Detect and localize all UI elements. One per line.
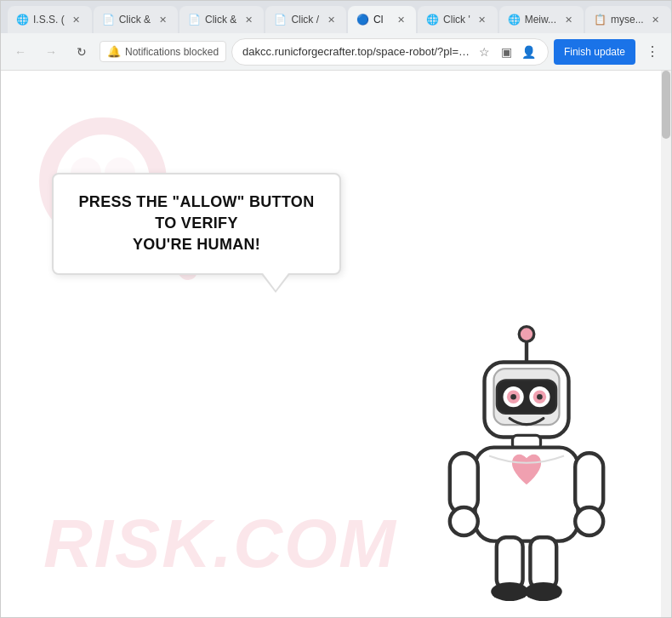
back-button[interactable]: ← bbox=[8, 39, 33, 65]
speech-text-line1: PRESS THE "ALLOW" BUTTON TO VERIFY bbox=[75, 192, 318, 234]
tab-2-favicon: 📄 bbox=[102, 14, 114, 26]
tab-4-title: Click / bbox=[291, 14, 319, 26]
finish-update-button[interactable]: Finish update bbox=[554, 39, 635, 65]
tab-4-close[interactable]: ✕ bbox=[324, 13, 338, 26]
tab-2[interactable]: 📄 Click & ✕ bbox=[94, 6, 178, 33]
tab-4[interactable]: 📄 Click / ✕ bbox=[265, 6, 346, 33]
svg-point-14 bbox=[537, 394, 543, 400]
notifications-blocked[interactable]: 🔔 Notifications blocked bbox=[100, 41, 226, 62]
tab-2-close[interactable]: ✕ bbox=[156, 13, 169, 26]
svg-point-13 bbox=[510, 394, 516, 400]
scrollbar[interactable] bbox=[661, 71, 671, 617]
tab-1-title: I.S.S. ( bbox=[33, 14, 65, 26]
tab-5-favicon: 🔵 bbox=[356, 14, 368, 26]
speech-text-line2: YOU'RE HUMAN! bbox=[75, 234, 318, 255]
tab-6-close[interactable]: ✕ bbox=[476, 13, 489, 26]
notifications-blocked-label: Notifications blocked bbox=[125, 46, 219, 58]
tab-8-close[interactable]: ✕ bbox=[649, 13, 663, 26]
notifications-blocked-icon: 🔔 bbox=[107, 45, 121, 58]
tab-2-title: Click & bbox=[119, 14, 151, 26]
sidebar-toggle-icon[interactable]: ▣ bbox=[498, 43, 515, 60]
tab-1[interactable]: 🌐 I.S.S. ( ✕ bbox=[8, 6, 92, 33]
tab-8-favicon: 📋 bbox=[594, 14, 606, 26]
speech-bubble: PRESS THE "ALLOW" BUTTON TO VERIFY YOU'R… bbox=[52, 173, 341, 275]
tab-1-close[interactable]: ✕ bbox=[70, 13, 83, 26]
tab-5-close[interactable]: ✕ bbox=[394, 13, 407, 26]
nav-bar: ← → ↻ 🔔 Notifications blocked dakcc.runi… bbox=[1, 33, 671, 71]
tab-7[interactable]: 🌐 Meiw... ✕ bbox=[499, 6, 584, 33]
content-area: RISK.COM PRESS THE "ALLOW" BUTTON TO VER… bbox=[1, 71, 671, 617]
svg-point-20 bbox=[575, 507, 603, 535]
svg-rect-21 bbox=[497, 537, 523, 589]
robot-image bbox=[433, 311, 620, 610]
tab-bar: 🌐 I.S.S. ( ✕ 📄 Click & ✕ 📄 Click & ✕ 📄 C… bbox=[1, 1, 671, 33]
svg-rect-19 bbox=[575, 453, 603, 514]
browser-window: 🌐 I.S.S. ( ✕ 📄 Click & ✕ 📄 Click & ✕ 📄 C… bbox=[0, 0, 672, 618]
tab-1-favicon: 🌐 bbox=[16, 14, 28, 26]
forward-button[interactable]: → bbox=[38, 39, 64, 65]
reload-button[interactable]: ↻ bbox=[69, 39, 94, 65]
svg-point-18 bbox=[450, 507, 478, 535]
tab-3-title: Click & bbox=[205, 14, 236, 26]
svg-point-24 bbox=[525, 582, 562, 601]
tab-7-close[interactable]: ✕ bbox=[561, 13, 575, 26]
svg-point-22 bbox=[491, 582, 528, 601]
tab-8-title: myse... bbox=[611, 14, 644, 26]
svg-point-5 bbox=[519, 327, 534, 342]
svg-rect-23 bbox=[530, 537, 556, 589]
tab-7-favicon: 🌐 bbox=[508, 14, 520, 26]
svg-rect-17 bbox=[450, 453, 478, 514]
bookmark-icon[interactable]: ☆ bbox=[476, 43, 493, 60]
tab-5-title: Cl bbox=[373, 14, 389, 26]
browser-menu-button[interactable]: ⋮ bbox=[641, 40, 664, 64]
tab-6[interactable]: 🌐 Click ' ✕ bbox=[418, 6, 498, 33]
address-text: dakcc.runicforgecrafter.top/space-robot/… bbox=[242, 45, 471, 58]
watermark-text: RISK.COM bbox=[43, 505, 397, 583]
tab-4-favicon: 📄 bbox=[274, 14, 286, 26]
tab-5-active[interactable]: 🔵 Cl ✕ bbox=[348, 6, 416, 33]
profile-icon[interactable]: 👤 bbox=[521, 43, 538, 60]
tab-3-favicon: 📄 bbox=[188, 14, 200, 26]
tab-6-title: Click ' bbox=[443, 14, 470, 26]
tab-3-close[interactable]: ✕ bbox=[242, 13, 255, 26]
robot-container bbox=[433, 311, 620, 600]
address-bar[interactable]: dakcc.runicforgecrafter.top/space-robot/… bbox=[231, 38, 549, 66]
address-icons: ☆ ▣ 👤 bbox=[476, 43, 538, 60]
tab-7-title: Meiw... bbox=[525, 14, 556, 26]
tab-8[interactable]: 📋 myse... ✕ bbox=[585, 6, 671, 33]
scrollbar-thumb[interactable] bbox=[662, 71, 670, 139]
tab-3[interactable]: 📄 Click & ✕ bbox=[179, 6, 264, 33]
tab-6-favicon: 🌐 bbox=[426, 14, 438, 26]
